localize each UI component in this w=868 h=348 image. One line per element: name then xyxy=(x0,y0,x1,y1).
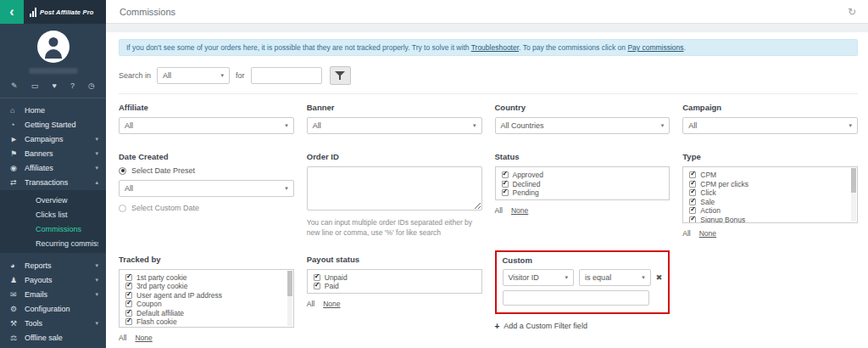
type-all-link[interactable]: All xyxy=(682,229,690,238)
tracked-by-none-link[interactable]: None xyxy=(135,334,152,342)
sidebar-item-offline-sale[interactable]: ⚖ Offline sale xyxy=(0,330,106,345)
type-option[interactable]: CPM xyxy=(689,171,847,180)
status-all-link[interactable]: All xyxy=(495,206,503,215)
sidebar-subitem-overview[interactable]: Overview xyxy=(0,193,106,207)
tracked-by-option[interactable]: 3rd party cookie xyxy=(125,282,283,291)
radio-unselected-icon[interactable] xyxy=(119,205,126,212)
payout-status-none-link[interactable]: None xyxy=(323,300,340,308)
banner-label: Banner xyxy=(307,103,482,112)
tracked-by-option-label: 3rd party cookie xyxy=(136,282,187,290)
sidebar-item-campaigns[interactable]: ► Campaigns ▾ xyxy=(0,132,106,146)
sidebar-item-payouts[interactable]: ♟ Payouts ▾ xyxy=(0,272,106,287)
custom-operator-select[interactable]: is equal▾ xyxy=(579,269,651,286)
funnel-icon xyxy=(335,71,345,81)
payout-status-all-link[interactable]: All xyxy=(307,300,314,308)
scrollbar[interactable] xyxy=(851,168,856,222)
type-option[interactable]: CPM per clicks xyxy=(689,180,847,189)
banner-select[interactable]: All▾ xyxy=(307,117,482,134)
sidebar-item-home[interactable]: ⌂ Home xyxy=(0,103,106,117)
type-option[interactable]: Action xyxy=(689,206,847,216)
tracked-by-option[interactable]: IP address xyxy=(125,327,283,328)
checkbox-checked-icon[interactable] xyxy=(689,171,696,178)
power-icon[interactable]: ◷ xyxy=(88,82,95,90)
checkbox-checked-icon[interactable] xyxy=(502,189,509,196)
pencil-icon[interactable]: ✎ xyxy=(11,82,18,90)
heart-icon[interactable]: ♥ xyxy=(52,82,56,90)
filter-panel: If you don't see some of your orders her… xyxy=(106,32,868,348)
sidebar-item-configuration[interactable]: ⚙ Configuration xyxy=(0,301,106,316)
sidebar-item-getting-started[interactable]: ◔ Getting Started xyxy=(0,117,106,132)
payout-status-option[interactable]: Paid xyxy=(314,282,476,291)
sidebar-subitem-clicks-list[interactable]: Clicks list xyxy=(0,207,106,222)
scrollbar[interactable] xyxy=(287,271,292,326)
tracked-by-option[interactable]: 1st party cookie xyxy=(125,273,283,283)
collapse-sidebar-button[interactable]: ‹ xyxy=(0,0,24,24)
custom-field-select[interactable]: Visitor ID▾ xyxy=(503,269,575,286)
checkbox-checked-icon[interactable] xyxy=(125,300,132,307)
checkbox-checked-icon[interactable] xyxy=(689,189,696,196)
checkbox-checked-icon[interactable] xyxy=(502,171,509,178)
search-input[interactable] xyxy=(251,67,322,84)
brand-logo-icon xyxy=(30,8,36,17)
type-option[interactable]: Signup Bonus xyxy=(689,216,847,224)
checkbox-checked-icon[interactable] xyxy=(502,181,509,188)
checkbox-checked-icon[interactable] xyxy=(314,274,320,281)
custom-date-radio-label: Select Custom Date xyxy=(131,204,199,212)
status-option[interactable]: Approved xyxy=(502,171,664,180)
checkbox-checked-icon[interactable] xyxy=(125,310,132,317)
checkbox-checked-icon[interactable] xyxy=(125,274,132,281)
sidebar-item-transactions[interactable]: ⇄ Transactions ▴ xyxy=(0,175,106,189)
add-custom-filter-link[interactable]: + Add a Custom Filter field xyxy=(495,322,670,331)
tracked-by-option[interactable]: Default affiliate xyxy=(125,309,283,318)
status-option[interactable]: Pending xyxy=(502,188,664,198)
payout-status-option[interactable]: Unpaid xyxy=(314,273,476,283)
type-option[interactable]: Click xyxy=(689,188,847,198)
pay-commissions-link[interactable]: Pay commissions xyxy=(627,43,683,52)
checkbox-checked-icon[interactable] xyxy=(125,292,132,299)
caret-down-icon: ▾ xyxy=(565,274,569,281)
monitor-icon[interactable]: ▭ xyxy=(31,82,39,90)
type-option[interactable]: Sale xyxy=(689,198,847,207)
affiliate-select[interactable]: All▾ xyxy=(119,117,294,134)
sidebar-item-tools[interactable]: ⚒ Tools ▾ xyxy=(0,316,106,330)
sidebar-item-banners[interactable]: ⚑ Banners ▾ xyxy=(0,146,106,160)
sidebar-subitem-recurring-commission-rules[interactable]: Recurring commission rules xyxy=(0,236,106,250)
clock-icon: ◔ xyxy=(10,121,25,129)
tracked-by-option[interactable]: Flash cookie xyxy=(125,317,283,327)
campaign-select[interactable]: All▾ xyxy=(682,117,858,134)
tracked-by-option[interactable]: Coupon xyxy=(125,300,283,309)
checkbox-checked-icon[interactable] xyxy=(689,216,696,223)
remove-custom-filter-icon[interactable]: ✖ xyxy=(656,273,663,282)
checkbox-checked-icon[interactable] xyxy=(689,199,696,205)
type-none-link[interactable]: None xyxy=(699,229,716,238)
custom-date-radio[interactable]: Select Custom Date xyxy=(119,204,294,212)
avatar[interactable] xyxy=(37,31,70,63)
order-id-textarea[interactable] xyxy=(307,166,482,210)
sidebar-subitem-commissions[interactable]: Commissions xyxy=(0,222,106,236)
status-option[interactable]: Declined xyxy=(502,180,664,189)
custom-filter-value-input[interactable] xyxy=(503,290,650,306)
toggle-filters-button[interactable] xyxy=(330,66,351,85)
checkbox-checked-icon[interactable] xyxy=(125,318,132,325)
date-preset-radio[interactable]: Select Date Preset xyxy=(119,166,294,175)
search-in-select[interactable]: All ▾ xyxy=(157,67,230,84)
tracked-by-option[interactable]: User agent and IP address xyxy=(125,291,283,300)
troubleshooter-link[interactable]: Troubleshooter xyxy=(471,43,519,52)
date-preset-select[interactable]: All▾ xyxy=(119,180,294,197)
checkbox-checked-icon[interactable] xyxy=(314,283,320,289)
tracked-by-all-link[interactable]: All xyxy=(119,334,126,342)
sidebar-item-reports[interactable]: ◕ Reports ▾ xyxy=(0,258,106,272)
type-all-none: All None xyxy=(682,229,858,238)
sidebar-item-emails[interactable]: ✉ Emails ▾ xyxy=(0,287,106,301)
brand-logo[interactable]: Post Affiliate Pro xyxy=(24,0,106,24)
status-none-link[interactable]: None xyxy=(511,206,528,215)
checkbox-checked-icon[interactable] xyxy=(689,181,696,188)
refresh-icon[interactable]: ↻ xyxy=(848,7,856,17)
country-select[interactable]: All Countries▾ xyxy=(495,117,670,134)
radio-selected-icon[interactable] xyxy=(119,167,126,175)
tracked-by-option-label: IP address xyxy=(136,327,170,328)
checkbox-checked-icon[interactable] xyxy=(125,283,132,289)
checkbox-checked-icon[interactable] xyxy=(689,207,696,214)
help-icon[interactable]: ? xyxy=(70,82,75,90)
sidebar-item-affiliates[interactable]: ◉ Affiliates ▾ xyxy=(0,160,106,175)
